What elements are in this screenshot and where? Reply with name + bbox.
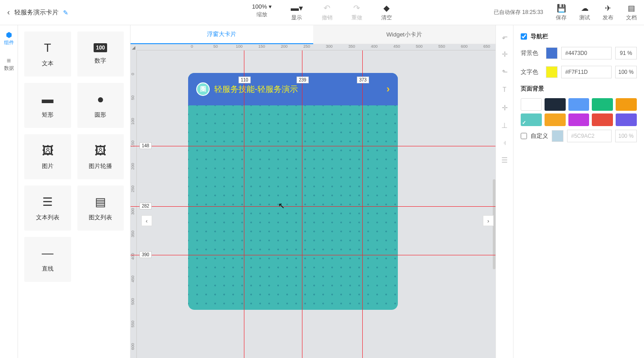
- image-icon: 🖼: [42, 144, 54, 158]
- distribute-h-icon[interactable]: ⫞: [503, 139, 506, 147]
- prev-paddle[interactable]: ‹: [141, 215, 152, 226]
- comp-circle[interactable]: ●圆形: [77, 83, 124, 128]
- comp-textlist[interactable]: ☰文本列表: [24, 186, 71, 231]
- display-control[interactable]: ▬▾ 显示: [291, 3, 303, 22]
- publish-icon: ✈: [605, 4, 611, 13]
- comp-text[interactable]: T文本: [24, 32, 71, 77]
- rail-data[interactable]: ≡数据: [0, 51, 18, 77]
- ruler-origin[interactable]: ◢: [131, 44, 137, 50]
- textcolor-opacity[interactable]: 100 %: [615, 66, 637, 78]
- rail-components[interactable]: ⬢组件: [0, 25, 18, 51]
- undo-button[interactable]: ↶ 撤销: [322, 3, 333, 22]
- align-left-icon[interactable]: ⬐: [502, 32, 508, 41]
- clear-button[interactable]: ◆ 清空: [381, 3, 392, 22]
- back-button[interactable]: ‹: [7, 8, 10, 17]
- guide-label: 390: [140, 251, 152, 258]
- comp-imglist[interactable]: ▤图文列表: [77, 186, 124, 231]
- palette-swatch[interactable]: [545, 98, 566, 111]
- redo-label: 重做: [351, 14, 362, 22]
- database-icon: ≡: [7, 57, 11, 65]
- custom-swatch[interactable]: [552, 130, 563, 142]
- ruler-horizontal[interactable]: 050100150200250300350400450500550600650: [137, 44, 495, 50]
- textcolor-label: 文字色: [521, 68, 542, 76]
- autosave-status: 已自动保存 18:25:33: [494, 9, 543, 16]
- custom-opacity[interactable]: 100 %: [615, 130, 637, 142]
- test-button[interactable]: ☁测试: [579, 4, 590, 22]
- card-logo-icon: 圈: [196, 82, 210, 96]
- palette-swatch[interactable]: [616, 113, 637, 126]
- palette-swatch[interactable]: [568, 113, 590, 126]
- palette-swatch[interactable]: [545, 113, 566, 126]
- docs-button[interactable]: ▤文档: [626, 4, 637, 22]
- ruler-vertical[interactable]: 050100150200250300350400450500550600650: [131, 50, 137, 358]
- textcolor-swatch[interactable]: [546, 66, 558, 78]
- palette-swatch[interactable]: [521, 113, 542, 126]
- align-center-v-icon[interactable]: ✛: [502, 104, 508, 112]
- zoom-label: 缩放: [257, 11, 267, 18]
- redo-button[interactable]: ↷ 重做: [351, 3, 362, 22]
- comp-number[interactable]: 100数字: [77, 32, 124, 77]
- align-bottom-icon[interactable]: ⊥: [501, 121, 508, 130]
- guide-horizontal[interactable]: [131, 146, 495, 146]
- bgcolor-label: 背景色: [521, 49, 542, 57]
- tab-widget-card[interactable]: Widget小卡片: [313, 25, 496, 44]
- guide-vertical[interactable]: [362, 50, 363, 358]
- guide-horizontal[interactable]: [131, 255, 495, 255]
- guide-vertical[interactable]: [244, 50, 244, 358]
- textcolor-input[interactable]: # F7F11D: [561, 66, 612, 78]
- comp-image[interactable]: 🖼图片: [24, 134, 71, 179]
- docs-icon: ▤: [628, 4, 635, 13]
- custom-label: 自定义: [531, 132, 548, 140]
- comp-carousel[interactable]: 🖼图片轮播: [77, 134, 124, 179]
- clear-label: 清空: [381, 14, 392, 22]
- bgcolor-swatch[interactable]: [546, 47, 558, 59]
- guide-label: 282: [140, 203, 152, 209]
- cloud-icon: ☁: [581, 4, 589, 13]
- custom-checkbox[interactable]: [521, 133, 527, 139]
- palette-swatch[interactable]: [568, 98, 590, 111]
- line-icon: ―: [42, 246, 54, 260]
- bgcolor-input[interactable]: # 4473D0: [561, 47, 612, 59]
- navbar-label: 导航栏: [531, 32, 548, 41]
- display-label: 显示: [291, 14, 302, 22]
- card-preview[interactable]: 圈 轻服务技能-轻服务演示 ›: [188, 73, 398, 310]
- distribute-v-icon[interactable]: ☰: [501, 156, 508, 164]
- guide-vertical[interactable]: [302, 50, 302, 358]
- chevron-right-icon: ›: [387, 83, 390, 95]
- undo-icon: ↶: [324, 3, 330, 13]
- publish-button[interactable]: ✈发布: [603, 4, 613, 22]
- page-bg-section: 页面背景: [521, 85, 637, 93]
- redo-icon: ↷: [353, 3, 360, 13]
- guide-label: 239: [297, 77, 309, 83]
- palette-swatch[interactable]: [592, 98, 613, 111]
- carousel-icon: 🖼: [95, 144, 106, 158]
- cube-icon: ⬢: [6, 31, 12, 39]
- circle-icon: ●: [97, 92, 104, 106]
- align-right-icon[interactable]: ⬑: [502, 68, 508, 76]
- save-icon: 💾: [557, 4, 566, 13]
- comp-rect[interactable]: ▬矩形: [24, 83, 71, 128]
- comp-line[interactable]: ―直线: [24, 237, 71, 282]
- save-button[interactable]: 💾保存: [556, 4, 567, 22]
- guide-horizontal[interactable]: [131, 206, 495, 207]
- tab-big-card[interactable]: 浮窗大卡片: [131, 25, 313, 44]
- guide-label: 110: [239, 77, 251, 83]
- palette-swatch[interactable]: [616, 98, 637, 111]
- palette-swatch[interactable]: [592, 113, 613, 126]
- list-icon: ☰: [42, 195, 53, 209]
- palette-swatch[interactable]: [521, 98, 542, 111]
- text-icon: T: [44, 41, 51, 55]
- eraser-icon: ◆: [383, 3, 390, 13]
- edit-title-icon[interactable]: ✎: [63, 9, 68, 16]
- next-paddle[interactable]: ›: [483, 215, 494, 226]
- display-icon: ▬▾: [291, 3, 303, 13]
- align-top-icon[interactable]: Ｔ: [501, 85, 508, 95]
- bgcolor-opacity[interactable]: 91 %: [615, 47, 637, 59]
- align-center-h-icon[interactable]: ✛: [502, 50, 508, 59]
- custom-hex-input[interactable]: # 5C9AC2: [567, 130, 612, 142]
- navbar-checkbox[interactable]: [521, 33, 527, 40]
- canvas[interactable]: ◢ 05010015020025030035040045050055060065…: [131, 44, 495, 358]
- guide-label: 373: [357, 77, 369, 83]
- zoom-control[interactable]: 100% ▾ 缩放: [252, 3, 272, 22]
- zoom-value: 100%: [252, 3, 267, 10]
